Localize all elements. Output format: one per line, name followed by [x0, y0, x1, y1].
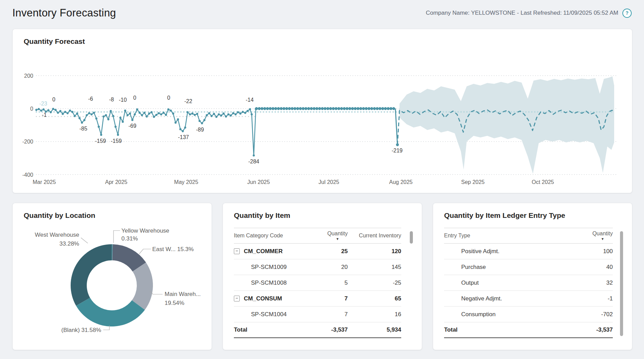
data-point[interactable] — [365, 107, 368, 110]
data-point[interactable] — [227, 113, 229, 115]
data-point[interactable] — [74, 115, 76, 117]
quantity-by-location-donut-chart[interactable]: West Warehouse33.28%Yellow Warehouse0.31… — [13, 203, 212, 350]
data-point[interactable] — [237, 111, 239, 113]
data-point[interactable] — [255, 107, 258, 110]
data-point[interactable] — [362, 107, 365, 110]
table-row[interactable]: Positive Adjmt.100 — [444, 244, 613, 259]
sort-descending-icon[interactable]: ▼ — [601, 237, 604, 241]
data-point[interactable] — [368, 107, 370, 110]
data-point[interactable] — [134, 113, 136, 115]
data-point[interactable] — [143, 112, 145, 114]
data-point[interactable] — [179, 128, 181, 130]
data-point[interactable] — [269, 107, 272, 110]
column-header[interactable]: Current Inventory — [359, 233, 401, 239]
data-point[interactable] — [151, 111, 153, 113]
donut-slice-west-warehouse[interactable] — [71, 244, 112, 306]
data-point[interactable] — [285, 107, 288, 110]
data-point[interactable] — [83, 119, 85, 121]
table-row[interactable]: SP-SCM10085-25 — [234, 275, 401, 291]
data-point[interactable] — [337, 107, 340, 110]
data-point[interactable] — [253, 154, 255, 157]
data-point[interactable] — [305, 107, 307, 110]
data-point[interactable] — [139, 112, 141, 114]
collapse-icon[interactable]: − — [234, 248, 240, 254]
data-point[interactable] — [52, 108, 54, 110]
data-point[interactable] — [244, 112, 246, 114]
data-point[interactable] — [50, 111, 52, 113]
data-point[interactable] — [98, 126, 100, 128]
data-point[interactable] — [115, 126, 117, 128]
data-point[interactable] — [299, 107, 302, 110]
column-header[interactable]: Item Category Code — [234, 233, 283, 239]
table-row[interactable]: −CM_CONSUM765 — [234, 291, 401, 307]
table-row[interactable]: Total-3,5375,934 — [234, 322, 401, 338]
table-row[interactable]: −CM_COMMER25120 — [234, 244, 401, 259]
data-point[interactable] — [348, 107, 351, 110]
data-point[interactable] — [283, 107, 285, 110]
data-point[interactable] — [379, 107, 381, 110]
column-header[interactable]: Entry Type — [444, 233, 470, 239]
data-point[interactable] — [296, 107, 299, 110]
column-header[interactable]: Quantity — [327, 231, 348, 237]
table-row[interactable]: Purchase40 — [444, 259, 613, 275]
table-row[interactable]: SP-SCM100920145 — [234, 259, 401, 275]
data-point[interactable] — [215, 116, 217, 118]
scrollbar-thumb[interactable] — [410, 231, 413, 244]
data-point[interactable] — [129, 112, 131, 114]
data-point[interactable] — [235, 113, 237, 115]
data-point[interactable] — [47, 109, 49, 111]
scrollbar-thumb[interactable] — [620, 231, 623, 336]
data-point[interactable] — [291, 107, 294, 110]
table-row[interactable]: Negative Adjmt.-1 — [444, 291, 613, 307]
data-point[interactable] — [189, 113, 191, 115]
data-point[interactable] — [249, 108, 251, 110]
data-point[interactable] — [170, 110, 172, 112]
data-point[interactable] — [69, 110, 71, 112]
data-point[interactable] — [64, 111, 66, 113]
data-point[interactable] — [38, 108, 40, 110]
data-point[interactable] — [71, 111, 73, 113]
data-point[interactable] — [302, 107, 305, 110]
data-point[interactable] — [81, 122, 83, 124]
data-point[interactable] — [117, 134, 119, 136]
data-point[interactable] — [107, 118, 109, 120]
data-point[interactable] — [119, 116, 121, 119]
data-point[interactable] — [124, 110, 126, 112]
data-point[interactable] — [206, 114, 208, 116]
data-point[interactable] — [223, 112, 225, 114]
data-point[interactable] — [384, 107, 387, 110]
data-point[interactable] — [62, 113, 64, 115]
data-point[interactable] — [122, 121, 124, 123]
data-point[interactable] — [310, 107, 313, 110]
data-point[interactable] — [354, 107, 357, 110]
data-point[interactable] — [340, 107, 343, 110]
data-point[interactable] — [131, 119, 133, 121]
data-point[interactable] — [93, 112, 95, 114]
data-point[interactable] — [91, 113, 93, 115]
data-point[interactable] — [376, 107, 379, 110]
data-point[interactable] — [251, 113, 253, 115]
data-point[interactable] — [191, 112, 193, 114]
data-point[interactable] — [313, 107, 315, 110]
data-point[interactable] — [335, 107, 337, 110]
data-point[interactable] — [329, 107, 332, 110]
data-point[interactable] — [86, 114, 88, 116]
data-point[interactable] — [390, 107, 392, 110]
data-point[interactable] — [288, 107, 291, 110]
data-point[interactable] — [182, 130, 184, 132]
data-point[interactable] — [294, 107, 296, 110]
data-point[interactable] — [187, 111, 189, 113]
data-point[interactable] — [43, 108, 45, 110]
data-point[interactable] — [155, 114, 157, 116]
data-point[interactable] — [220, 114, 222, 116]
quantity-forecast-chart[interactable]: 2000-200-400Mar 2025Apr 2025May 2025Jun … — [21, 57, 624, 187]
data-point[interactable] — [208, 112, 210, 114]
data-point[interactable] — [225, 115, 227, 117]
data-point[interactable] — [272, 107, 274, 110]
data-point[interactable] — [346, 107, 348, 110]
data-point[interactable] — [88, 112, 90, 114]
data-point[interactable] — [167, 108, 169, 110]
table-row[interactable]: SP-SCM1004716 — [234, 307, 401, 322]
data-point[interactable] — [387, 107, 390, 110]
data-point[interactable] — [163, 112, 165, 114]
